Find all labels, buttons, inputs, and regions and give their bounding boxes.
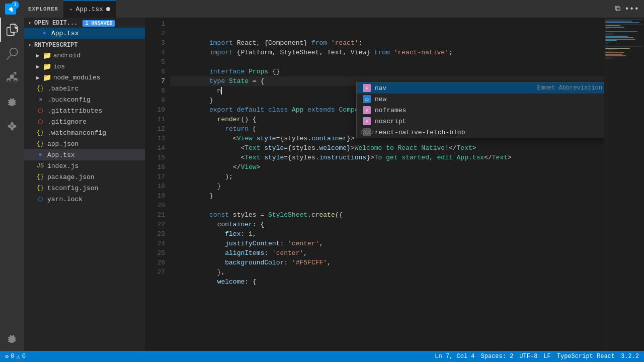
tsconfig-json-label: tsconfig.json <box>47 185 98 192</box>
file-index-js[interactable]: JS index.js <box>24 160 145 171</box>
gitattributes-icon: ⬡ <box>36 107 44 115</box>
file-gitattributes[interactable]: ⬡ .gitattributes <box>24 105 145 116</box>
ln-15: 15 <box>145 153 165 162</box>
folder-node-modules[interactable]: ▶ 📁 node_modules <box>24 72 145 83</box>
buckconfig-label: .buckconfig <box>47 96 91 104</box>
open-editors-label[interactable]: ▾ OPEN EDIT... 1 UNSAVED <box>24 19 145 28</box>
file-watchmanconfig[interactable]: {} .watchmanconfig <box>24 127 145 138</box>
ln-7: 7 <box>145 76 165 86</box>
tsx-file-icon: ● <box>40 29 48 37</box>
minimap-l15 <box>605 40 617 41</box>
project-name: RNTYPESCRIPT <box>34 42 77 49</box>
minimap-l27 <box>605 58 615 59</box>
editor-content: 1 2 3 4 5 6 7 8 9 10 11 12 13 14 15 16 1… <box>145 18 644 351</box>
warning-icon: ⚠ <box>16 353 20 360</box>
file-babelrc[interactable]: {} .babelrc <box>24 83 145 94</box>
code-line-19 <box>170 191 604 201</box>
minimap-l25 <box>605 55 626 56</box>
buckconfig-icon: ⊙ <box>36 96 44 104</box>
status-spaces[interactable]: Spaces: 2 <box>481 353 514 360</box>
file-app-tsx[interactable]: ● App.tsx <box>24 149 145 160</box>
error-icon: ⊘ <box>5 353 9 360</box>
file-tsconfig-json[interactable]: {} tsconfig.json <box>24 183 145 194</box>
open-editors-section: ▾ OPEN EDIT... 1 UNSAVED ● App.tsx <box>24 18 145 40</box>
code-area[interactable]: import React, {Component} from 'react'; … <box>170 18 604 351</box>
project-chevron: ▾ <box>28 42 31 48</box>
index-js-icon: JS <box>36 162 44 170</box>
line-numbers: 1 2 3 4 5 6 7 8 9 10 11 12 13 14 15 16 1… <box>145 18 170 351</box>
autocomplete-item-noframes[interactable]: ⚡ noframes <box>357 105 604 116</box>
activity-search[interactable] <box>0 42 24 66</box>
tabs-bar: ✦ App.tsx <box>63 0 610 18</box>
autocomplete-item-noscript[interactable]: ⚡ noscript <box>357 116 604 127</box>
emmet-hint-text: Emmet Abbreviation <box>537 84 602 92</box>
more-actions-icon[interactable]: ••• <box>624 5 639 14</box>
activity-source-control[interactable] <box>0 66 24 90</box>
minimap-l23 <box>605 52 624 53</box>
line-ending-text: LF <box>543 353 550 360</box>
android-chevron: ▶ <box>36 52 40 59</box>
open-file-name: App.tsx <box>51 30 79 37</box>
folder-android[interactable]: ▶ 📁 android <box>24 50 145 61</box>
ln-17: 17 <box>145 172 165 182</box>
open-editors-chevron: ▾ <box>28 20 31 26</box>
activity-bar <box>0 18 24 351</box>
ln-4: 4 <box>145 48 165 57</box>
activity-files[interactable] <box>0 18 24 42</box>
emmet-hint: Emmet Abbreviation i <box>537 84 604 92</box>
autocomplete-item-nav[interactable]: ⚡ nav Emmet Abbreviation i <box>357 82 604 94</box>
activity-settings[interactable] <box>0 327 24 351</box>
ln-11: 11 <box>145 115 165 124</box>
minimap-l4 <box>605 24 643 25</box>
file-app-json[interactable]: {} app.json <box>24 138 145 149</box>
sidebar: ▾ OPEN EDIT... 1 UNSAVED ● App.tsx ▾ RNT… <box>24 18 145 351</box>
code-line-25: backgroundColor: '#F5FCFF', <box>170 248 604 258</box>
tab-app-tsx[interactable]: ✦ App.tsx <box>63 0 116 18</box>
split-editor-icon[interactable]: ⧉ <box>615 4 620 14</box>
file-buckconfig[interactable]: ⊙ .buckconfig <box>24 94 145 105</box>
open-file-app-tsx[interactable]: ● App.tsx <box>24 28 145 39</box>
ln-2: 2 <box>145 29 165 38</box>
autocomplete-item-rnfb[interactable]: ⬡⬡⬡ react-native-fetch-blob <box>357 127 604 138</box>
ln-20: 20 <box>145 201 165 210</box>
activity-debug[interactable] <box>0 90 24 114</box>
status-position[interactable]: Ln 7, Col 4 <box>435 353 474 360</box>
code-line-4 <box>170 48 604 57</box>
package-json-icon: {} <box>36 173 44 181</box>
minimap-l8 <box>605 30 607 31</box>
gitignore-label: .gitignore <box>47 118 87 126</box>
minimap-l9 <box>605 31 637 32</box>
ln-5: 5 <box>145 57 165 67</box>
folder-ios[interactable]: ▶ 📁 ios <box>24 61 145 72</box>
minimap-l7 <box>605 28 609 29</box>
status-encoding[interactable]: UTF-8 <box>519 353 537 360</box>
ln-27: 27 <box>145 267 165 277</box>
autocomplete-label-noframes: noframes <box>375 107 406 114</box>
file-yarn-lock[interactable]: ⬡ yarn.lock <box>24 194 145 205</box>
file-gitignore[interactable]: ⬡ .gitignore <box>24 116 145 127</box>
status-errors[interactable]: ⊘ 0 ⚠ 0 <box>5 353 26 360</box>
ln-26: 26 <box>145 258 165 267</box>
autocomplete-item-new[interactable]: ▭ new <box>357 94 604 105</box>
notification-badge: 1 <box>11 1 19 9</box>
tsx-icon: ✦ <box>69 6 73 13</box>
editor-area[interactable]: 1 2 3 4 5 6 7 8 9 10 11 12 13 14 15 16 1… <box>145 18 644 351</box>
status-version[interactable]: 3.2.2 <box>621 353 639 360</box>
watchmanconfig-icon: {} <box>36 129 44 137</box>
main-layout: ▾ OPEN EDIT... 1 UNSAVED ● App.tsx ▾ RNT… <box>0 18 644 351</box>
package-json-label: package.json <box>47 173 95 181</box>
ln-9: 9 <box>145 96 165 105</box>
activity-extensions[interactable] <box>0 114 24 138</box>
minimap-l24 <box>605 54 622 55</box>
status-line-ending[interactable]: LF <box>543 353 550 360</box>
project-label[interactable]: ▾ RNTYPESCRIPT <box>24 41 145 50</box>
index-js-label: index.js <box>47 162 78 170</box>
minimap-l19 <box>605 46 643 47</box>
code-line-1 <box>170 19 604 29</box>
status-language[interactable]: TypeScript React <box>557 353 615 360</box>
autocomplete-module-icon-rnfb: ⬡⬡⬡ <box>363 128 371 136</box>
app-tsx-icon: ● <box>36 151 44 159</box>
code-line-26: }, <box>170 258 604 267</box>
file-package-json[interactable]: {} package.json <box>24 171 145 183</box>
minimap-l13 <box>605 37 633 38</box>
